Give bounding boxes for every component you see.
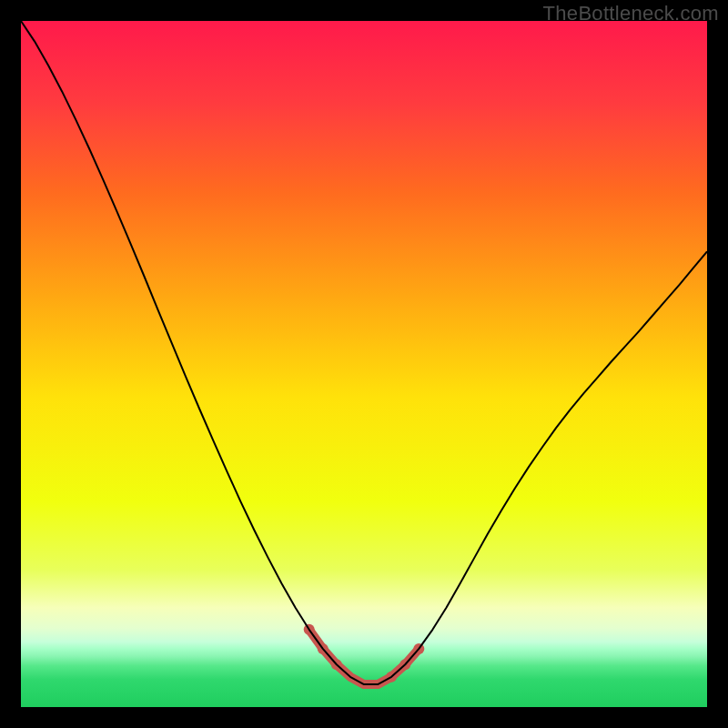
gradient-background xyxy=(21,21,707,707)
chart-svg xyxy=(21,21,707,707)
plot-area xyxy=(21,21,707,707)
outer-frame: TheBottleneck.com xyxy=(0,0,728,728)
